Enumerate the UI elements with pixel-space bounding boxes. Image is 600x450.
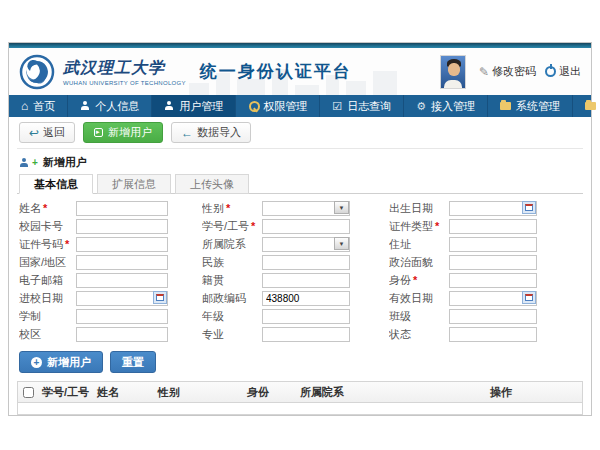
add-user-button[interactable]: 新增用户 [83,122,163,143]
home-icon [21,100,28,112]
country-region-field [76,254,168,270]
select-all-checkbox[interactable] [23,387,34,398]
id-type-input[interactable] [449,219,537,234]
header: 武汉理工大学 WUHAN UNIVERSITY OF TECHNOLOGY 统一… [9,48,591,95]
identity-label: 身份* [389,273,449,288]
name-input[interactable] [76,201,168,216]
tab-basic-info[interactable]: 基本信息 [19,174,93,194]
field-label-text: 民族 [202,256,224,268]
column-header-3: 身份 [243,385,296,400]
section-title: 新增用户 [43,155,87,170]
ethnicity-input[interactable] [262,255,350,270]
enroll-date-label: 进校日期 [19,291,76,306]
birth-date-field [449,200,537,216]
campus-card-no-field [76,218,168,234]
form-row: 学制年级班级 [19,307,583,325]
university-name-en: WUHAN UNIVERSITY OF TECHNOLOGY [63,80,186,86]
campus-input[interactable] [76,327,168,342]
campus-field [76,326,168,342]
logout-label: 退出 [559,64,581,79]
nav-item-access-management[interactable]: 接入管理 [404,95,488,117]
toolbar: ↩ 返回 新增用户 ← 数据导入 [17,117,583,149]
country-region-input[interactable] [76,255,168,270]
header-actions: ✎ 修改密码 退出 [440,55,581,89]
nav-item-user-management[interactable]: 用户管理 [152,95,236,117]
grade-label: 年级 [202,309,262,324]
class-field [449,308,537,324]
id-number-input[interactable] [76,237,168,252]
country-region-label: 国家/地区 [19,255,76,270]
tab-upload-avatar[interactable]: 上传头像 [175,174,249,194]
tab-extended-info[interactable]: 扩展信息 [97,174,171,194]
chevron-down-icon[interactable]: ▼ [334,237,349,250]
status-field [449,326,537,342]
calendar-icon[interactable] [522,201,536,214]
nav-item-profile[interactable]: 个人信息 [68,95,152,117]
postal-code-input[interactable] [262,291,350,306]
enroll-date-field [76,290,168,306]
submit-add-user-button[interactable]: + 新增用户 [19,351,103,373]
back-button[interactable]: ↩ 返回 [19,122,75,143]
calendar-glyph [525,204,533,211]
ethnicity-label: 民族 [202,255,262,270]
native-place-field [262,272,350,288]
political-status-label: 政治面貌 [389,255,449,270]
column-header-2: 性别 [154,385,243,400]
change-password-link[interactable]: ✎ 修改密码 [479,64,536,79]
key-icon [248,101,258,111]
nav-item-log-query[interactable]: 日志查询 [320,95,404,117]
data-import-label: 数据导入 [197,125,241,140]
email-field [76,272,168,288]
id-number-field [76,236,168,252]
campus-card-no-label: 校园卡号 [19,219,76,234]
identity-input[interactable] [449,273,537,288]
field-label-text: 校园卡号 [19,220,63,232]
political-status-input[interactable] [449,255,537,270]
data-import-button[interactable]: ← 数据导入 [171,122,251,143]
content: ↩ 返回 新增用户 ← 数据导入 + 新增用户 基本信息扩展信息上传头像 姓名*… [9,117,591,415]
column-header-1: 姓名 [93,385,154,400]
logout-link[interactable]: 退出 [545,64,581,79]
power-icon [545,66,556,77]
schooling-length-input[interactable] [76,309,168,324]
calendar-icon[interactable] [522,291,536,304]
person-icon [80,101,90,111]
field-label-text: 电子邮箱 [19,274,63,286]
chevron-down-icon[interactable]: ▼ [334,201,349,214]
major-field [262,326,350,342]
log-icon [332,101,342,112]
user-table-empty-body [18,403,582,414]
schooling-length-label: 学制 [19,309,76,324]
nav-item-permission-management[interactable]: 权限管理 [236,95,320,117]
postal-code-label: 邮政编码 [202,291,262,306]
nav-item-system-management[interactable]: 系统管理 [488,95,573,117]
folder-icon [585,102,596,110]
university-logo-icon [19,54,55,90]
nav-item-home[interactable]: 首页 [9,95,68,117]
class-input[interactable] [449,309,537,324]
form-row: 姓名*性别*▼出生日期 [19,199,583,217]
email-input[interactable] [76,273,168,288]
reset-button[interactable]: 重置 [110,351,156,373]
address-input[interactable] [449,237,537,252]
nav-item-label: 首页 [33,99,55,114]
campus-label: 校区 [19,327,76,342]
grade-input[interactable] [262,309,350,324]
student-id-input[interactable] [262,219,350,234]
calendar-icon[interactable] [153,291,167,304]
required-asterisk: * [251,220,255,232]
major-label: 专业 [202,327,262,342]
field-label-text: 状态 [389,328,411,340]
department-label: 所属院系 [202,237,262,252]
campus-card-no-input[interactable] [76,219,168,234]
class-label: 班级 [389,309,449,324]
field-label-text: 所属院系 [202,238,246,250]
required-asterisk: * [65,238,69,250]
nav-item-subscription-management[interactable]: 订阅管理 [573,95,600,117]
calendar-glyph [156,294,164,301]
native-place-label: 籍贯 [202,273,262,288]
native-place-input[interactable] [262,273,350,288]
add-user-label: 新增用户 [108,125,152,140]
status-input[interactable] [449,327,537,342]
major-input[interactable] [262,327,350,342]
